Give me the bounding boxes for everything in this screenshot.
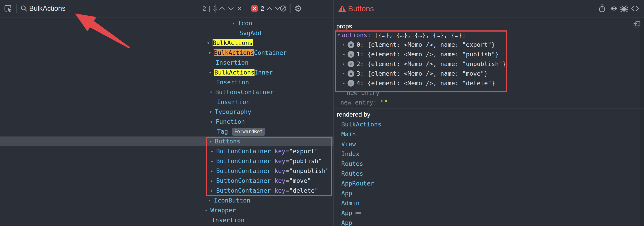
tree-row-label: Insertion: [216, 59, 248, 66]
toolbar-separator: [16, 3, 16, 13]
expand-arrow-icon[interactable]: ▸: [341, 40, 347, 49]
delete-entry-icon[interactable]: ✕: [348, 41, 354, 48]
equals-sign: =: [286, 148, 289, 155]
component-name: Buttons: [215, 138, 240, 145]
rendered-by-item-view[interactable]: View: [334, 139, 643, 149]
collapse-arrow-icon[interactable]: ▾: [208, 117, 214, 127]
delete-entry-icon[interactable]: ✕: [348, 51, 354, 58]
owner-name: Routes: [341, 169, 363, 179]
error-x-icon: ✕: [251, 5, 258, 12]
props-row-new-entry[interactable]: new entry: "": [334, 98, 643, 107]
component-name: BulkActions: [214, 69, 254, 76]
tree-row-buttonscontainer[interactable]: ▾ButtonsContainer: [0, 87, 334, 97]
expand-arrow-icon[interactable]: ▸: [341, 69, 347, 78]
tree-row-wrapper[interactable]: ▾Wrapper: [0, 205, 334, 215]
tree-row-svgadd[interactable]: SvgAdd: [0, 28, 334, 38]
props-row-action-publish[interactable]: ▸✕1: {element: <Memo />, name: "publish"…: [334, 49, 643, 59]
expand-arrow-icon[interactable]: ▸: [209, 166, 215, 176]
props-row-action-export[interactable]: ▸✕0: {element: <Memo />, name: "export"}: [334, 40, 643, 49]
rendered-by-item-main[interactable]: Main: [334, 129, 643, 139]
collapse-arrow-icon[interactable]: ▾: [203, 205, 209, 215]
rendered-by-item-routes[interactable]: Routes: [334, 169, 643, 179]
collapse-arrow-icon[interactable]: ▾: [208, 87, 214, 97]
tree-row-icon[interactable]: ▾Icon: [0, 18, 334, 28]
collapse-arrow-icon[interactable]: ▾: [206, 38, 211, 48]
new-entry-value[interactable]: "": [380, 98, 388, 107]
props-row-action-move[interactable]: ▸✕3: {element: <Memo />, name: "move"}: [334, 69, 643, 78]
tree-row-buttons[interactable]: ▾Buttons: [0, 136, 334, 146]
rendered-by-item-bulkactions[interactable]: BulkActions: [334, 119, 643, 129]
tree-row-buttoncontainer[interactable]: ▸ButtonContainer key="move": [0, 176, 334, 186]
tree-row-function[interactable]: ▾Function: [0, 117, 334, 127]
view-source-button[interactable]: [631, 0, 639, 17]
delete-entry-icon[interactable]: ✕: [348, 80, 354, 87]
expand-arrow-icon[interactable]: ▸: [341, 49, 347, 59]
rendered-by-item-app[interactable]: App: [334, 188, 643, 198]
component-name: Insertion: [216, 59, 248, 66]
props-row-actions[interactable]: ▾actions: [{…}, {…}, {…}, {…}, {…}]: [334, 30, 643, 40]
tree-row-label: TagForwardRef: [217, 128, 265, 135]
tree-row-bulkactionscontainer[interactable]: ▾BulkActionsContainer: [0, 48, 334, 58]
props-row-action-unpublish[interactable]: ▸✕2: {element: <Memo />, name: "unpublis…: [334, 59, 643, 69]
tree-row-label: Insertion: [212, 217, 244, 224]
inspect-element-button[interactable]: [4, 0, 12, 17]
log-component-button[interactable]: [620, 0, 628, 17]
prev-result-button[interactable]: [219, 0, 225, 17]
tree-row-label: ButtonContainer key="move": [216, 177, 311, 184]
rendered-by-item-approuter[interactable]: AppRouter: [334, 179, 643, 188]
owner-name: Main: [341, 129, 356, 139]
tree-row-bulkactions[interactable]: ▾BulkActions: [0, 38, 334, 48]
expand-arrow-icon[interactable]: ▸: [209, 146, 215, 156]
collapse-arrow-icon[interactable]: ▾: [208, 136, 214, 146]
suspense-toggle-button[interactable]: [598, 0, 606, 17]
tree-row-typography[interactable]: ▾Typography: [0, 107, 334, 117]
copy-props-button[interactable]: [633, 21, 641, 29]
tree-row-iconbutton[interactable]: ▸IconButton: [0, 196, 334, 205]
component-name: Typography: [215, 108, 251, 115]
tree-row-buttoncontainer[interactable]: ▸ButtonContainer key="publish": [0, 156, 334, 166]
search-input[interactable]: BulkActions: [29, 0, 66, 17]
expand-arrow-icon[interactable]: ▸: [209, 186, 215, 196]
delete-entry-icon[interactable]: ✕: [348, 70, 354, 77]
delete-entry-icon[interactable]: ✕: [348, 61, 354, 67]
component-name: ButtonContainer: [216, 158, 271, 164]
collapse-arrow-icon[interactable]: ▾: [336, 30, 342, 40]
tree-row-insertion[interactable]: Insertion: [0, 58, 334, 68]
rendered-by-list: BulkActionsMainViewIndexRoutesRoutesAppR…: [334, 119, 643, 226]
expand-arrow-icon[interactable]: ▸: [209, 176, 215, 186]
component-name: SvgAdd: [240, 29, 262, 36]
react-devtools-window: BulkActions 2 | 3 ✕ ✕ 2: [0, 0, 644, 226]
rendered-by-item-routes[interactable]: Routes: [334, 159, 643, 169]
tree-row-insertion[interactable]: Insertion: [0, 77, 334, 87]
expand-arrow-icon[interactable]: ▸: [209, 156, 215, 166]
settings-button[interactable]: ⚙: [294, 0, 302, 17]
expand-arrow-icon[interactable]: ▸: [207, 196, 212, 205]
tree-row-insertion[interactable]: Insertion: [0, 215, 334, 225]
expand-arrow-icon[interactable]: ▸: [341, 78, 347, 88]
collapse-arrow-icon[interactable]: ▾: [207, 68, 213, 77]
rendered-by-item-admin[interactable]: Admin: [334, 198, 643, 208]
collapse-arrow-icon[interactable]: ▾: [207, 48, 212, 58]
props-row-new-entry-nested[interactable]: new entry: [334, 88, 643, 98]
tree-row-insertion[interactable]: Insertion: [0, 97, 334, 107]
collapse-arrow-icon[interactable]: ▾: [208, 107, 214, 117]
rendered-by-item-app[interactable]: App: [334, 208, 643, 218]
collapse-arrow-icon[interactable]: ▾: [230, 18, 236, 28]
tree-row-buttoncontainer[interactable]: ▸ButtonContainer key="unpublish": [0, 166, 334, 176]
tree-row-buttoncontainer[interactable]: ▸ButtonContainer key="export": [0, 146, 334, 156]
prev-error-button[interactable]: [267, 0, 272, 17]
expand-arrow-icon[interactable]: ▸: [341, 59, 347, 69]
clear-errors-button[interactable]: [280, 0, 287, 17]
next-result-button[interactable]: [228, 0, 234, 17]
rendered-by-item-app[interactable]: App: [334, 218, 643, 226]
tree-row-bulkactionsinner[interactable]: ▾BulkActionsInner: [0, 68, 334, 77]
component-name: Insertion: [217, 99, 250, 106]
tree-row-buttoncontainer[interactable]: ▸ButtonContainer key="delete": [0, 186, 334, 196]
tree-row-label: BulkActionsContainer: [214, 49, 287, 56]
inspect-dom-button[interactable]: [610, 0, 618, 17]
tree-row-tag[interactable]: TagForwardRef: [0, 127, 334, 136]
close-search-button[interactable]: ✕: [237, 0, 242, 17]
new-entry-label: new entry:: [340, 98, 380, 107]
rendered-by-item-index[interactable]: Index: [334, 149, 643, 159]
props-row-action-delete[interactable]: ▸✕4: {element: <Memo />, name: "delete"}: [334, 78, 643, 88]
